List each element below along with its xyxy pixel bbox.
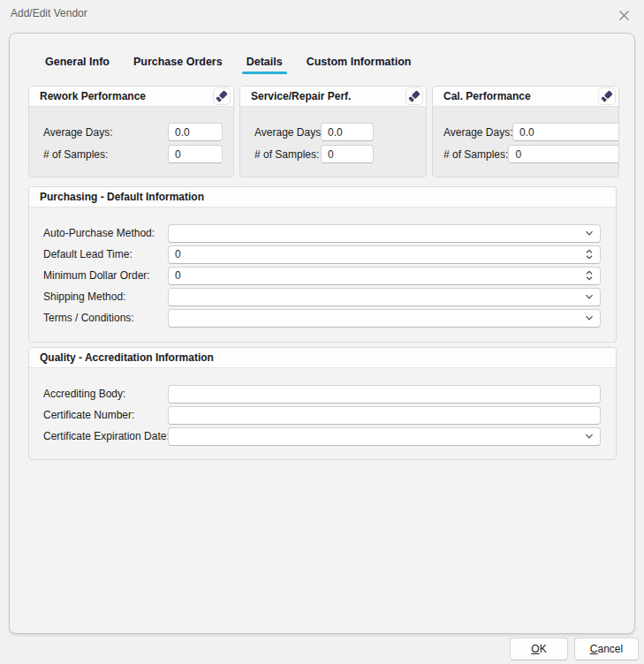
num-samples-input[interactable] <box>175 148 216 161</box>
group-rework-performance: Rework Performance Average Days: <box>28 86 234 177</box>
auto-purchase-method-value[interactable] <box>175 227 580 239</box>
field-label: # of Samples: <box>43 148 168 161</box>
dialog-footer: OK Cancel <box>0 638 644 660</box>
average-days-input[interactable] <box>175 126 216 139</box>
field-label: Minimum Dollar Order: <box>43 269 168 282</box>
title-bar: Add/Edit Vendor <box>0 0 644 33</box>
field-label: Accrediting Body: <box>43 388 168 400</box>
average-days-input[interactable] <box>519 126 619 139</box>
group-title: Rework Performance <box>40 90 213 102</box>
num-samples-input[interactable] <box>515 148 619 161</box>
clear-service-repair-button[interactable] <box>405 87 423 105</box>
certificate-expiration-date-combobox[interactable] <box>168 427 601 446</box>
window-title: Add/Edit Vendor <box>11 7 616 19</box>
average-days-input[interactable] <box>328 126 367 139</box>
group-quality-accreditation-information: Quality - Accreditation Information Accr… <box>28 347 617 460</box>
num-samples-field <box>508 145 619 163</box>
tab-purchase-orders[interactable]: Purchase Orders <box>133 56 223 74</box>
field-label: # of Samples: <box>254 148 321 161</box>
group-cal-performance: Cal. Performance Average Days: # <box>432 86 619 177</box>
field-label: Shipping Method: <box>43 290 168 303</box>
num-samples-input[interactable] <box>328 148 367 161</box>
terms-conditions-value[interactable] <box>175 312 580 324</box>
certificate-number-field <box>168 406 601 425</box>
group-service-repair-performance: Service/Repair Perf. Average Days: <box>239 86 427 177</box>
group-title: Service/Repair Perf. <box>251 90 405 102</box>
cancel-button[interactable]: Cancel <box>574 638 639 660</box>
ok-button[interactable]: OK <box>510 638 568 660</box>
field-label: Certificate Number: <box>43 409 168 421</box>
performance-groups-row: Rework Performance Average Days: <box>28 86 634 177</box>
certificate-number-input[interactable] <box>175 409 595 421</box>
clear-rework-button[interactable] <box>213 87 231 105</box>
num-samples-field <box>168 145 223 163</box>
chevron-down-icon[interactable] <box>584 431 595 441</box>
group-title: Quality - Accreditation Information <box>40 351 613 364</box>
shipping-method-combobox[interactable] <box>168 288 601 306</box>
default-lead-time-spinner[interactable] <box>168 245 601 264</box>
minimum-dollar-order-value[interactable] <box>175 269 580 282</box>
spinner-up-down-icon[interactable] <box>584 248 595 260</box>
dialog-content-panel: General Info Purchase Orders Details Cus… <box>9 33 635 634</box>
chevron-down-icon[interactable] <box>584 313 595 323</box>
close-button[interactable] <box>616 7 632 23</box>
eraser-icon <box>214 88 230 104</box>
chevron-down-icon[interactable] <box>584 291 595 302</box>
field-label: Terms / Conditions: <box>43 312 168 324</box>
field-label: Average Days: <box>254 126 321 139</box>
field-label: Auto-Purchase Method: <box>43 227 168 239</box>
close-icon <box>618 10 630 21</box>
group-purchasing-default-information: Purchasing - Default Information Auto-Pu… <box>28 186 617 343</box>
field-label: # of Samples: <box>443 148 508 161</box>
field-label: Certificate Expiration Date: <box>43 430 168 442</box>
certificate-expiration-date-value[interactable] <box>175 430 580 442</box>
tab-details[interactable]: Details <box>246 56 283 74</box>
num-samples-field <box>321 145 374 163</box>
tab-strip: General Info Purchase Orders Details Cus… <box>45 56 634 74</box>
tab-custom-information[interactable]: Custom Information <box>307 56 412 74</box>
eraser-icon <box>406 88 422 104</box>
field-label: Default Lead Time: <box>43 248 168 260</box>
chevron-down-icon[interactable] <box>584 228 595 238</box>
eraser-icon <box>599 88 615 104</box>
field-label: Average Days: <box>43 126 168 139</box>
terms-conditions-combobox[interactable] <box>168 309 601 328</box>
minimum-dollar-order-spinner[interactable] <box>168 267 601 285</box>
accrediting-body-input[interactable] <box>175 388 595 400</box>
group-title: Purchasing - Default Information <box>40 191 613 203</box>
group-title: Cal. Performance <box>443 90 598 102</box>
clear-cal-button[interactable] <box>598 87 616 105</box>
field-label: Average Days: <box>443 126 512 139</box>
tab-general-info[interactable]: General Info <box>45 56 110 74</box>
average-days-field <box>321 123 374 141</box>
shipping-method-value[interactable] <box>175 290 580 303</box>
average-days-field <box>168 123 223 141</box>
default-lead-time-value[interactable] <box>175 248 580 260</box>
average-days-field <box>512 123 619 141</box>
auto-purchase-method-combobox[interactable] <box>168 224 601 243</box>
spinner-up-down-icon[interactable] <box>584 269 595 282</box>
accrediting-body-field <box>168 385 601 404</box>
